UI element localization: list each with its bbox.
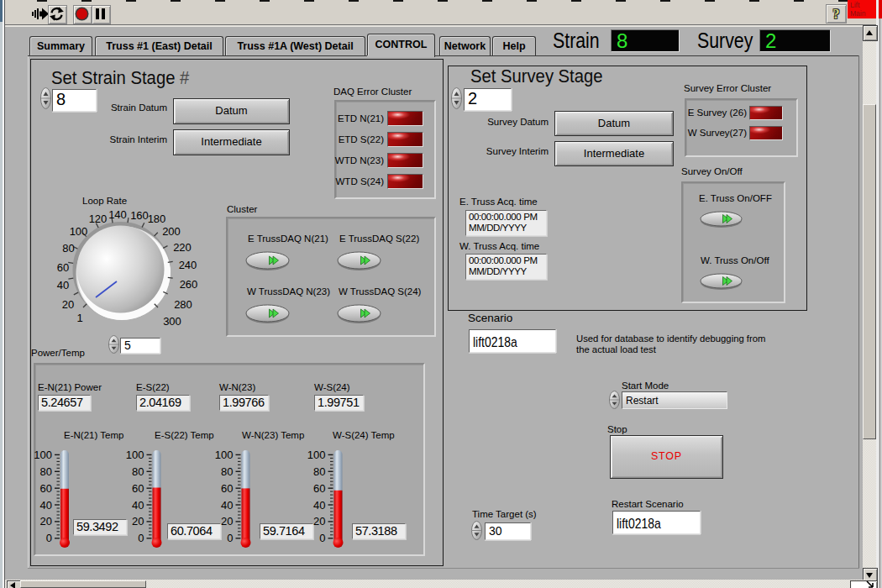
svg-text:60: 60 — [221, 482, 233, 495]
svg-text:40: 40 — [313, 499, 325, 512]
svg-text:220: 220 — [173, 241, 192, 254]
svg-text:280: 280 — [174, 298, 192, 311]
svg-text:100: 100 — [126, 449, 144, 461]
svg-text:20: 20 — [132, 515, 144, 528]
svg-text:60: 60 — [313, 482, 325, 495]
svg-text:260: 260 — [180, 278, 198, 291]
svg-text:120: 120 — [89, 213, 108, 225]
svg-text:0: 0 — [138, 532, 144, 544]
svg-text:200: 200 — [162, 225, 181, 238]
svg-text:180: 180 — [148, 213, 166, 225]
svg-text:20: 20 — [221, 515, 233, 528]
svg-text:100: 100 — [307, 449, 326, 461]
svg-text:60: 60 — [57, 261, 69, 274]
svg-text:240: 240 — [179, 259, 197, 271]
svg-text:80: 80 — [132, 465, 144, 478]
svg-text:0: 0 — [227, 532, 233, 544]
svg-text:20: 20 — [40, 515, 52, 528]
svg-text:80: 80 — [221, 465, 233, 478]
svg-text:40: 40 — [132, 499, 144, 512]
svg-text:20: 20 — [313, 515, 325, 528]
svg-text:0: 0 — [46, 532, 52, 544]
svg-text:40: 40 — [57, 279, 69, 291]
svg-text:100: 100 — [70, 225, 88, 238]
svg-text:0: 0 — [319, 532, 325, 544]
svg-text:140: 140 — [108, 208, 127, 221]
svg-text:100: 100 — [34, 449, 52, 461]
svg-text:1: 1 — [76, 312, 82, 324]
svg-text:40: 40 — [40, 499, 52, 512]
svg-text:20: 20 — [62, 298, 74, 311]
svg-text:60: 60 — [40, 482, 52, 495]
svg-text:80: 80 — [62, 242, 74, 255]
svg-text:100: 100 — [215, 449, 234, 461]
svg-text:160: 160 — [130, 209, 149, 222]
svg-text:40: 40 — [221, 499, 233, 512]
svg-text:80: 80 — [40, 465, 52, 478]
svg-text:80: 80 — [313, 465, 325, 478]
svg-text:60: 60 — [132, 482, 144, 495]
svg-text:300: 300 — [163, 315, 181, 328]
